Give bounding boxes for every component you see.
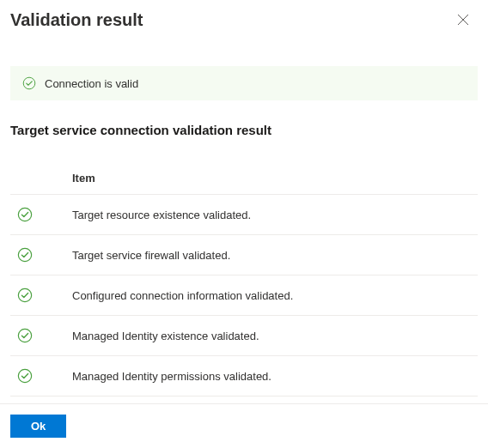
success-check-icon [17, 207, 33, 222]
column-header-item: Item [72, 172, 95, 185]
table-row: Managed Identity permissions validated. [10, 356, 478, 397]
dialog-header: Validation result [0, 0, 488, 32]
row-item-text: Target resource existence validated. [72, 209, 251, 221]
close-icon [457, 14, 469, 28]
table-row: Target service firewall validated. [10, 235, 478, 275]
table-row: Target resource existence validated. [10, 195, 478, 235]
success-check-icon [22, 76, 36, 90]
success-check-icon [17, 288, 33, 303]
close-button[interactable] [454, 10, 473, 32]
row-item-text: Managed Identity existence validated. [72, 330, 259, 342]
row-item-text: Managed Identity permissions validated. [72, 370, 271, 383]
row-status-cell [10, 207, 72, 222]
svg-point-2 [23, 77, 35, 89]
row-status-cell [10, 247, 72, 263]
row-status-cell [10, 328, 72, 343]
row-status-cell [10, 368, 72, 384]
row-item-text: Configured connection information valida… [72, 289, 293, 302]
validation-table: Item Target resource existence validated… [10, 163, 478, 397]
success-check-icon [17, 368, 33, 384]
success-banner: Connection is valid [10, 66, 478, 100]
success-check-icon [17, 328, 33, 343]
banner-message: Connection is valid [45, 77, 138, 90]
ok-button[interactable]: Ok [10, 415, 66, 438]
section-title: Target service connection validation res… [10, 123, 478, 137]
table-header-row: Item [10, 163, 478, 195]
svg-point-7 [18, 369, 31, 382]
success-check-icon [17, 247, 33, 263]
svg-point-6 [18, 329, 31, 342]
dialog-footer: Ok [0, 403, 488, 448]
svg-point-3 [18, 208, 31, 221]
table-row: Configured connection information valida… [10, 275, 478, 316]
dialog-title: Validation result [10, 10, 143, 30]
row-status-cell [10, 288, 72, 303]
svg-point-5 [18, 288, 31, 301]
table-row: Managed Identity existence validated. [10, 316, 478, 356]
row-item-text: Target service firewall validated. [72, 249, 230, 262]
svg-point-4 [18, 248, 31, 261]
